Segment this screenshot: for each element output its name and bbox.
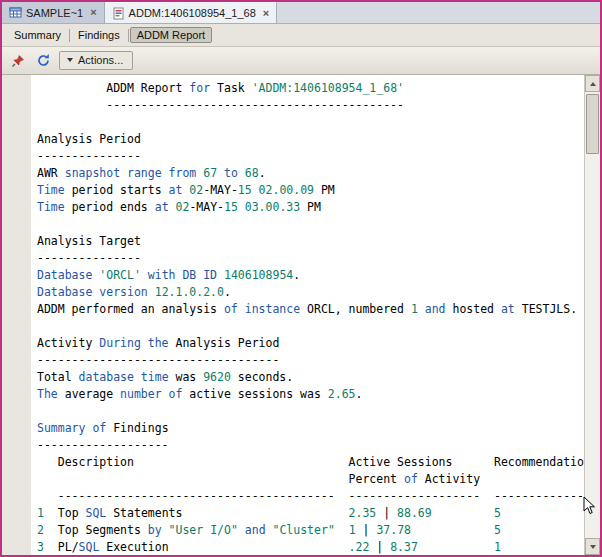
report-line	[37, 114, 584, 131]
report-line: Total database time was 9620 seconds.	[37, 369, 584, 386]
report-line: Description Active Sessions Recommendati…	[37, 454, 584, 471]
actions-button[interactable]: Actions...	[59, 51, 133, 70]
tab-addm-report[interactable]: ADDM Report	[130, 27, 212, 43]
down-arrow-icon	[590, 545, 596, 549]
scroll-up-button[interactable]	[585, 75, 600, 92]
addm-report-text: ADDM Report for Task 'ADDM:1406108954_1_…	[31, 75, 584, 555]
report-line: 1 Top SQL Statements 2.35 | 88.69 5	[37, 505, 584, 522]
report-line: ---------------	[37, 250, 584, 267]
pin-button[interactable]	[9, 52, 27, 70]
view-tabbar: Summary Findings ADDM Report	[2, 24, 600, 47]
scrollbar-track[interactable]	[585, 156, 600, 538]
report-line: Time period starts at 02-MAY-15 02.00.09…	[37, 182, 584, 199]
tab-findings[interactable]: Findings	[71, 27, 127, 43]
tab-separator	[128, 29, 129, 42]
report-line: ----------------------------------------…	[37, 97, 584, 114]
report-line: The average number of active sessions wa…	[37, 386, 584, 403]
report-line: 2 Top Segments by "User I/O" and "Cluste…	[37, 522, 584, 539]
pushpin-icon	[11, 54, 25, 68]
report-line: ADDM performed an analysis of instance O…	[37, 301, 584, 318]
toolbar: Actions...	[2, 47, 600, 75]
close-icon[interactable]: ×	[263, 8, 269, 19]
report-line: 3 PL/SQL Execution .22 | 8.37 1	[37, 539, 584, 555]
close-icon[interactable]: ×	[90, 7, 96, 18]
tab-label: SAMPLE~1	[26, 7, 83, 19]
report-line: Summary of Findings	[37, 420, 584, 437]
scrollbar-thumb[interactable]	[586, 94, 599, 154]
table-icon	[9, 6, 22, 19]
report-line: ----------------------------------------…	[37, 488, 584, 505]
report-line: ---------------	[37, 148, 584, 165]
refresh-icon	[36, 53, 51, 68]
scroll-down-button[interactable]	[585, 538, 600, 555]
report-line: Percent of Activity	[37, 471, 584, 488]
vertical-scrollbar[interactable]	[584, 75, 600, 555]
report-icon	[112, 7, 125, 20]
report-line: -----------------------------------	[37, 352, 584, 369]
tab-summary[interactable]: Summary	[7, 27, 68, 43]
sql-developer-window: SAMPLE~1 × ADDM:1406108954_1_68 × Summar…	[0, 0, 602, 557]
report-line: -------------------	[37, 437, 584, 454]
report-line	[37, 403, 584, 420]
report-line	[37, 318, 584, 335]
report-panel: ADDM Report for Task 'ADDM:1406108954_1_…	[2, 75, 600, 555]
report-line: ADDM Report for Task 'ADDM:1406108954_1_…	[37, 80, 584, 97]
report-line: Analysis Target	[37, 233, 584, 250]
report-line: Database version 12.1.0.2.0.	[37, 284, 584, 301]
report-line: Analysis Period	[37, 131, 584, 148]
report-line: AWR snapshot range from 67 to 68.	[37, 165, 584, 182]
report-line	[37, 216, 584, 233]
tab-addm-report-doc[interactable]: ADDM:1406108954_1_68 ×	[105, 2, 278, 23]
left-margin	[2, 75, 31, 555]
report-line: Database 'ORCL' with DB ID 1406108954.	[37, 267, 584, 284]
tab-label: ADDM:1406108954_1_68	[129, 7, 256, 19]
document-tabbar: SAMPLE~1 × ADDM:1406108954_1_68 ×	[2, 2, 600, 24]
tab-separator	[69, 29, 70, 42]
tab-sample[interactable]: SAMPLE~1 ×	[2, 2, 105, 23]
actions-button-label: Actions...	[78, 54, 123, 66]
report-line: Activity During the Analysis Period	[37, 335, 584, 352]
report-line: Time period ends at 02-MAY-15 03.00.33 P…	[37, 199, 584, 216]
up-arrow-icon	[590, 82, 596, 86]
chevron-down-icon	[67, 58, 73, 62]
refresh-button[interactable]	[34, 52, 52, 70]
